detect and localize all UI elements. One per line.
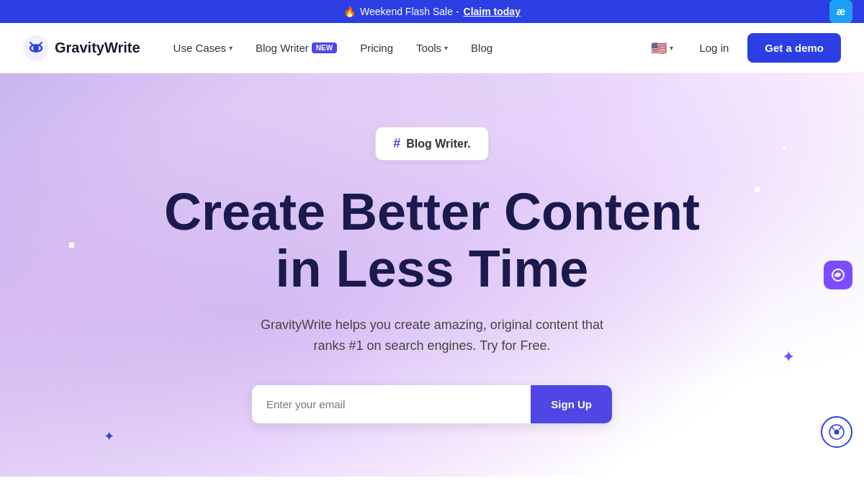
pricing-label: Pricing	[360, 42, 393, 54]
decorative-dot-white	[755, 186, 760, 192]
decorative-star-blue: ✦	[104, 428, 114, 444]
tools-chevron: ▾	[444, 44, 448, 52]
logo[interactable]: GravityWrite	[23, 35, 140, 61]
blog-writer-badge: New	[312, 42, 337, 53]
claim-today-link[interactable]: Claim today	[464, 6, 521, 17]
svg-point-4	[834, 430, 840, 435]
signup-button[interactable]: Sign Up	[531, 385, 612, 423]
chat-widget[interactable]	[824, 261, 852, 289]
flag-icon: 🇺🇸	[651, 40, 667, 56]
top-banner: 🔥 Weekend Flash Sale - Claim today æ	[0, 0, 864, 23]
blog-writer-label: Blog Writer	[256, 42, 309, 54]
nav-pricing[interactable]: Pricing	[350, 36, 403, 60]
hash-icon: #	[393, 136, 400, 151]
login-button[interactable]: Log in	[689, 36, 739, 60]
email-form: Sign Up	[252, 385, 612, 423]
hero-section: # Blog Writer. Create Better Content in …	[0, 73, 864, 477]
tools-label: Tools	[416, 42, 441, 54]
hero-title-line1: Create Better Content	[164, 183, 700, 240]
logo-text: GravityWrite	[55, 40, 140, 56]
language-selector[interactable]: 🇺🇸 ▾	[644, 36, 680, 60]
svg-point-1	[33, 45, 39, 51]
fire-icon: 🔥	[343, 6, 356, 17]
blog-label: Blog	[471, 42, 492, 54]
hero-title: Create Better Content in Less Time	[164, 184, 700, 297]
email-input[interactable]	[252, 385, 531, 423]
chat-icon	[830, 267, 846, 283]
gravity-watermark[interactable]	[821, 416, 852, 448]
nav-blog[interactable]: Blog	[461, 36, 503, 60]
nav-links: Use Cases ▾ Blog Writer New Pricing Tool…	[163, 36, 644, 60]
decorative-dot-left	[69, 243, 74, 248]
logo-icon	[23, 35, 49, 61]
nav-tools[interactable]: Tools ▾	[406, 36, 458, 60]
blog-writer-tag: # Blog Writer.	[375, 127, 489, 161]
nav-use-cases[interactable]: Use Cases ▾	[163, 36, 243, 60]
decorative-star-purple: ✦	[782, 348, 795, 366]
nav-right: 🇺🇸 ▾ Log in Get a demo	[644, 33, 841, 63]
nav-blog-writer[interactable]: Blog Writer New	[246, 36, 347, 60]
hero-title-line2: in Less Time	[276, 240, 589, 297]
navbar: GravityWrite Use Cases ▾ Blog Writer New…	[0, 23, 864, 73]
get-demo-button[interactable]: Get a demo	[747, 33, 841, 63]
ae-badge: æ	[829, 0, 852, 23]
hero-subtitle: GravityWrite helps you create amazing, o…	[245, 315, 619, 356]
banner-text: Weekend Flash Sale -	[360, 6, 459, 17]
gravity-logo-icon	[828, 423, 845, 441]
decorative-dot-small	[783, 146, 786, 150]
lang-chevron: ▾	[670, 44, 673, 52]
use-cases-chevron: ▾	[229, 44, 233, 52]
blog-writer-tag-text: Blog Writer.	[406, 138, 471, 150]
use-cases-label: Use Cases	[174, 42, 226, 54]
